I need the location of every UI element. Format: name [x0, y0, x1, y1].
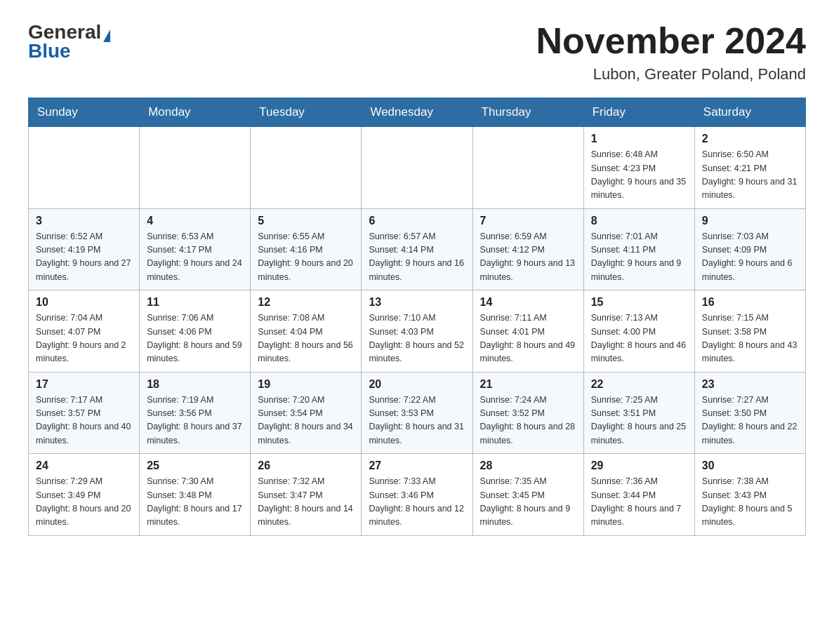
day-info: Sunrise: 7:24 AMSunset: 3:52 PMDaylight:…: [480, 394, 576, 448]
day-number: 13: [369, 296, 465, 309]
day-number: 24: [36, 459, 132, 472]
day-info: Sunrise: 6:52 AMSunset: 4:19 PMDaylight:…: [36, 230, 132, 285]
day-number: 6: [369, 215, 465, 227]
calendar-day-cell: 6Sunrise: 6:57 AMSunset: 4:14 PMDaylight…: [362, 208, 472, 290]
day-header-saturday: Saturday: [694, 98, 805, 127]
calendar-week-row: 10Sunrise: 7:04 AMSunset: 4:07 PMDayligh…: [29, 290, 806, 373]
title-section: November 2024 Lubon, Greater Poland, Pol…: [536, 21, 806, 83]
day-number: 27: [369, 459, 465, 472]
calendar-day-cell: 7Sunrise: 6:59 AMSunset: 4:12 PMDaylight…: [472, 208, 583, 290]
calendar-day-cell: 29Sunrise: 7:36 AMSunset: 3:44 PMDayligh…: [583, 454, 694, 536]
day-number: 18: [147, 378, 243, 391]
day-header-sunday: Sunday: [29, 98, 140, 127]
day-info: Sunrise: 7:22 AMSunset: 3:53 PMDaylight:…: [369, 394, 465, 448]
day-number: 17: [36, 378, 132, 391]
day-number: 20: [369, 378, 465, 391]
day-info: Sunrise: 6:50 AMSunset: 4:21 PMDaylight:…: [702, 148, 798, 203]
day-info: Sunrise: 7:06 AMSunset: 4:06 PMDaylight:…: [147, 311, 243, 366]
day-header-wednesday: Wednesday: [362, 98, 472, 127]
day-number: 16: [702, 296, 798, 309]
calendar-day-cell: 1Sunrise: 6:48 AMSunset: 4:23 PMDaylight…: [583, 127, 694, 209]
day-info: Sunrise: 7:33 AMSunset: 3:46 PMDaylight:…: [369, 475, 465, 530]
day-number: 10: [36, 296, 132, 309]
day-number: 19: [258, 378, 354, 391]
day-info: Sunrise: 7:27 AMSunset: 3:50 PMDaylight:…: [702, 394, 798, 448]
calendar-day-cell: [29, 127, 140, 209]
calendar-day-cell: 8Sunrise: 7:01 AMSunset: 4:11 PMDaylight…: [583, 208, 694, 290]
day-header-friday: Friday: [583, 98, 694, 127]
logo: General Blue: [28, 21, 110, 62]
day-info: Sunrise: 7:10 AMSunset: 4:03 PMDaylight:…: [369, 311, 465, 366]
calendar-day-cell: 18Sunrise: 7:19 AMSunset: 3:56 PMDayligh…: [140, 372, 251, 454]
calendar-day-cell: 13Sunrise: 7:10 AMSunset: 4:03 PMDayligh…: [362, 290, 472, 373]
day-number: 4: [147, 215, 243, 227]
day-info: Sunrise: 6:55 AMSunset: 4:16 PMDaylight:…: [258, 230, 354, 285]
calendar-day-cell: 25Sunrise: 7:30 AMSunset: 3:48 PMDayligh…: [140, 454, 251, 536]
day-info: Sunrise: 7:01 AMSunset: 4:11 PMDaylight:…: [591, 230, 687, 285]
day-info: Sunrise: 6:48 AMSunset: 4:23 PMDaylight:…: [591, 148, 687, 203]
day-number: 30: [702, 459, 798, 472]
day-info: Sunrise: 7:03 AMSunset: 4:09 PMDaylight:…: [702, 230, 798, 285]
calendar-day-cell: 19Sunrise: 7:20 AMSunset: 3:54 PMDayligh…: [251, 372, 362, 454]
day-info: Sunrise: 7:36 AMSunset: 3:44 PMDaylight:…: [591, 475, 687, 530]
calendar-day-cell: 15Sunrise: 7:13 AMSunset: 4:00 PMDayligh…: [583, 290, 694, 373]
day-header-thursday: Thursday: [472, 98, 583, 127]
day-number: 21: [480, 378, 576, 391]
logo-triangle-icon: [103, 29, 110, 42]
day-info: Sunrise: 7:30 AMSunset: 3:48 PMDaylight:…: [147, 475, 243, 530]
day-number: 8: [591, 215, 687, 227]
calendar-day-cell: 10Sunrise: 7:04 AMSunset: 4:07 PMDayligh…: [29, 290, 140, 373]
calendar-header-row: SundayMondayTuesdayWednesdayThursdayFrid…: [29, 98, 806, 127]
calendar-day-cell: 11Sunrise: 7:06 AMSunset: 4:06 PMDayligh…: [140, 290, 251, 373]
day-info: Sunrise: 7:04 AMSunset: 4:07 PMDaylight:…: [36, 311, 132, 366]
calendar-day-cell: 20Sunrise: 7:22 AMSunset: 3:53 PMDayligh…: [362, 372, 472, 454]
calendar-day-cell: 9Sunrise: 7:03 AMSunset: 4:09 PMDaylight…: [694, 208, 805, 290]
day-info: Sunrise: 7:20 AMSunset: 3:54 PMDaylight:…: [258, 394, 354, 448]
calendar-day-cell: 26Sunrise: 7:32 AMSunset: 3:47 PMDayligh…: [251, 454, 362, 536]
calendar-week-row: 1Sunrise: 6:48 AMSunset: 4:23 PMDaylight…: [29, 127, 806, 209]
day-number: 11: [147, 296, 243, 309]
day-info: Sunrise: 6:53 AMSunset: 4:17 PMDaylight:…: [147, 230, 243, 285]
calendar-week-row: 24Sunrise: 7:29 AMSunset: 3:49 PMDayligh…: [29, 454, 806, 536]
day-number: 25: [147, 459, 243, 472]
day-number: 1: [591, 133, 687, 145]
calendar-day-cell: [362, 127, 472, 209]
day-number: 23: [702, 378, 798, 391]
day-info: Sunrise: 6:59 AMSunset: 4:12 PMDaylight:…: [480, 230, 576, 285]
calendar-day-cell: [140, 127, 251, 209]
calendar-day-cell: 14Sunrise: 7:11 AMSunset: 4:01 PMDayligh…: [472, 290, 583, 373]
calendar-day-cell: 16Sunrise: 7:15 AMSunset: 3:58 PMDayligh…: [694, 290, 805, 373]
day-number: 15: [591, 296, 687, 309]
day-info: Sunrise: 7:25 AMSunset: 3:51 PMDaylight:…: [591, 394, 687, 448]
day-number: 28: [480, 459, 576, 472]
day-info: Sunrise: 7:32 AMSunset: 3:47 PMDaylight:…: [258, 475, 354, 530]
day-info: Sunrise: 7:38 AMSunset: 3:43 PMDaylight:…: [702, 475, 798, 530]
day-number: 29: [591, 459, 687, 472]
calendar-day-cell: 27Sunrise: 7:33 AMSunset: 3:46 PMDayligh…: [362, 454, 472, 536]
day-info: Sunrise: 6:57 AMSunset: 4:14 PMDaylight:…: [369, 230, 465, 285]
calendar-day-cell: [251, 127, 362, 209]
day-info: Sunrise: 7:17 AMSunset: 3:57 PMDaylight:…: [36, 394, 132, 448]
calendar-day-cell: 22Sunrise: 7:25 AMSunset: 3:51 PMDayligh…: [583, 372, 694, 454]
calendar-day-cell: 3Sunrise: 6:52 AMSunset: 4:19 PMDaylight…: [29, 208, 140, 290]
calendar-week-row: 3Sunrise: 6:52 AMSunset: 4:19 PMDaylight…: [29, 208, 806, 290]
month-title: November 2024: [536, 21, 806, 61]
page-header: General Blue November 2024 Lubon, Greate…: [28, 21, 806, 83]
day-number: 5: [258, 215, 354, 227]
calendar-day-cell: 5Sunrise: 6:55 AMSunset: 4:16 PMDaylight…: [251, 208, 362, 290]
day-info: Sunrise: 7:35 AMSunset: 3:45 PMDaylight:…: [480, 475, 576, 530]
calendar-day-cell: 28Sunrise: 7:35 AMSunset: 3:45 PMDayligh…: [472, 454, 583, 536]
day-number: 12: [258, 296, 354, 309]
day-info: Sunrise: 7:29 AMSunset: 3:49 PMDaylight:…: [36, 475, 132, 530]
calendar-day-cell: 21Sunrise: 7:24 AMSunset: 3:52 PMDayligh…: [472, 372, 583, 454]
day-header-tuesday: Tuesday: [251, 98, 362, 127]
calendar-day-cell: [472, 127, 583, 209]
day-number: 3: [36, 215, 132, 227]
day-number: 2: [702, 133, 798, 145]
calendar-day-cell: 30Sunrise: 7:38 AMSunset: 3:43 PMDayligh…: [694, 454, 805, 536]
calendar-day-cell: 17Sunrise: 7:17 AMSunset: 3:57 PMDayligh…: [29, 372, 140, 454]
day-info: Sunrise: 7:13 AMSunset: 4:00 PMDaylight:…: [591, 311, 687, 366]
calendar-day-cell: 12Sunrise: 7:08 AMSunset: 4:04 PMDayligh…: [251, 290, 362, 373]
calendar-table: SundayMondayTuesdayWednesdayThursdayFrid…: [28, 98, 806, 536]
day-number: 26: [258, 459, 354, 472]
